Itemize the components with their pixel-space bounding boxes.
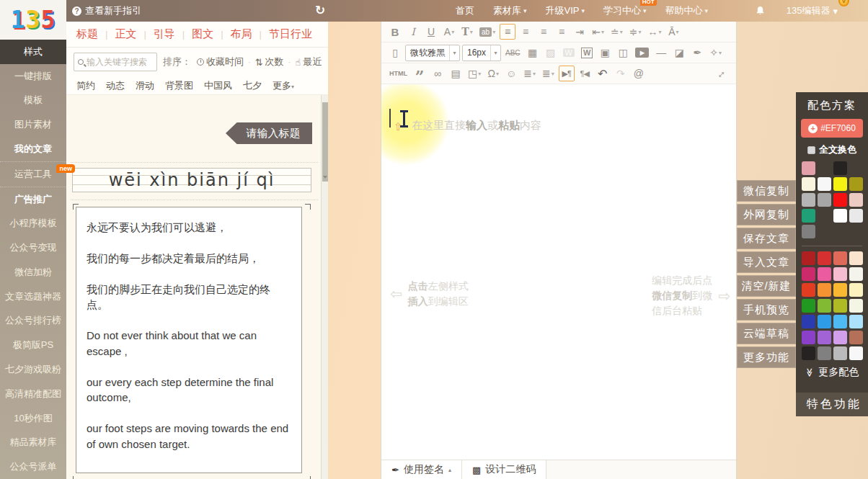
sidebar-item-小程序模板[interactable]: 小程序模板: [0, 211, 66, 236]
insert-link-icon[interactable]: ∞: [430, 66, 446, 81]
html-source-icon[interactable]: HTML: [387, 66, 409, 81]
italic-icon[interactable]: I: [405, 24, 421, 40]
tab-正文[interactable]: 正文: [115, 27, 136, 41]
action-button-手机预览[interactable]: 手机预览: [737, 299, 796, 321]
title-format-icon[interactable]: T▾: [459, 24, 475, 40]
action-button-保存文章[interactable]: 保存文章: [737, 228, 796, 249]
color-swatch[interactable]: [802, 193, 815, 207]
action-button-微信复制[interactable]: 微信复制: [737, 180, 796, 202]
sort-option-最近[interactable]: ☝最近: [295, 55, 322, 68]
underline-icon[interactable]: U: [423, 24, 439, 40]
color-swatch[interactable]: [802, 315, 815, 328]
color-swatch[interactable]: [802, 346, 815, 360]
sidebar-item-极简版PS[interactable]: 极简版PS: [0, 333, 66, 357]
color-swatch[interactable]: [849, 193, 863, 207]
format-painter-icon[interactable]: ✒: [689, 45, 705, 61]
tag-中国风[interactable]: 中国风: [204, 79, 232, 92]
tab-布局[interactable]: 布局: [231, 27, 252, 41]
ordered-list-icon[interactable]: ≣▾: [521, 66, 538, 81]
search-input[interactable]: [87, 57, 153, 67]
tab-引导[interactable]: 引导: [154, 27, 175, 41]
tag-动态[interactable]: 动态: [106, 79, 125, 92]
tab-标题[interactable]: 标题: [76, 27, 98, 41]
app-logo[interactable]: 135: [0, 0, 66, 40]
sidebar-item-一键排版[interactable]: 一键排版: [0, 64, 66, 89]
action-button-云端草稿[interactable]: 云端草稿: [737, 323, 796, 344]
style-text-sample[interactable]: 永远不要认为我们可以逃避，我们的每一步都决定着最后的结局，我们的脚步正在走向我们…: [76, 207, 302, 473]
color-swatch[interactable]: [802, 283, 815, 297]
color-swatch[interactable]: [802, 209, 815, 223]
bold-icon[interactable]: B: [387, 24, 403, 40]
color-swatch[interactable]: [802, 267, 815, 281]
panel-scrollbar[interactable]: [321, 95, 328, 479]
refresh-icon[interactable]: ↻: [315, 3, 325, 18]
sort-option-收藏时间[interactable]: 收藏时间: [197, 55, 244, 68]
blockquote-icon[interactable]: ”: [412, 66, 428, 81]
sidebar-item-精品素材库[interactable]: 精品素材库: [0, 431, 66, 455]
nav-item-首页[interactable]: 首页: [456, 4, 474, 17]
sidebar-item-公众号派单[interactable]: 公众号派单: [0, 455, 66, 479]
font-size-select[interactable]: 16px▾: [462, 45, 501, 61]
word-import-icon[interactable]: W: [579, 45, 595, 61]
eraser-icon[interactable]: ◪: [671, 45, 687, 61]
clear-style-icon[interactable]: ABC: [503, 45, 523, 61]
color-swatch[interactable]: [849, 331, 863, 344]
color-swatch[interactable]: [818, 193, 831, 207]
sidebar-item-样式[interactable]: 样式: [0, 40, 66, 64]
style-search-box[interactable]: [74, 53, 157, 71]
more-colors-button[interactable]: ≫ 更多配色: [796, 366, 868, 379]
sidebar-item-模板[interactable]: 模板: [0, 89, 66, 113]
bell-icon[interactable]: [756, 6, 765, 16]
color-swatch[interactable]: [849, 209, 863, 223]
color-swatch[interactable]: [818, 177, 831, 191]
color-swatch[interactable]: [833, 161, 847, 175]
special-features-button[interactable]: 特色功能: [796, 393, 868, 416]
insert-video-icon[interactable]: ►: [633, 45, 651, 61]
special-character-icon[interactable]: Ω▾: [485, 66, 501, 81]
sidebar-item-运营工具[interactable]: 运营工具new: [0, 162, 66, 187]
action-button-导入文章[interactable]: 导入文章: [737, 251, 796, 273]
letter-spacing-icon[interactable]: ↔▾: [645, 24, 663, 40]
color-swatch[interactable]: [818, 267, 831, 281]
color-swatch[interactable]: [818, 315, 831, 328]
mention-icon[interactable]: @: [631, 66, 647, 81]
new-document-icon[interactable]: ▯: [387, 45, 403, 61]
section-header-icon[interactable]: ▤: [448, 66, 464, 81]
sidebar-item-七夕游戏吸粉[interactable]: 七夕游戏吸粉: [0, 357, 66, 382]
align-right-icon[interactable]: ≡: [536, 24, 552, 40]
rtl-paragraph-icon[interactable]: ¶◀: [577, 66, 593, 81]
color-swatch[interactable]: [802, 225, 815, 238]
color-swatch[interactable]: [833, 267, 847, 281]
highlight-color-icon[interactable]: ab▾: [477, 24, 497, 40]
color-swatch[interactable]: [833, 283, 847, 297]
tag-简约[interactable]: 简约: [76, 79, 95, 92]
outdent-icon[interactable]: ⇤▾: [590, 24, 606, 40]
color-swatch[interactable]: [833, 209, 847, 223]
emoticon-icon[interactable]: ☺: [503, 66, 519, 81]
tag-背景图[interactable]: 背景图: [165, 79, 193, 92]
align-left-icon[interactable]: ≡: [500, 24, 515, 40]
color-swatch[interactable]: [802, 251, 815, 265]
tab-图文[interactable]: 图文: [192, 27, 213, 41]
current-color-button[interactable]: + #EF7060: [801, 119, 863, 138]
action-button-外网复制[interactable]: 外网复制: [737, 204, 796, 225]
nav-item-学习中心[interactable]: 学习中心HOT▾: [603, 4, 647, 17]
color-swatch[interactable]: [833, 331, 847, 344]
color-swatch[interactable]: [849, 251, 863, 265]
color-swatch[interactable]: [802, 299, 815, 313]
sidebar-item-图片素材[interactable]: 图片素材: [0, 112, 66, 137]
nav-item-升级VIP[interactable]: 升级VIP▾: [546, 4, 585, 17]
bottom-tab-设计二维码[interactable]: ▩设计二维码: [462, 460, 546, 479]
color-swatch[interactable]: [818, 283, 831, 297]
bottom-tab-使用签名[interactable]: ✒使用签名▴: [381, 460, 462, 479]
nav-item-素材库[interactable]: 素材库▾: [493, 4, 527, 17]
color-swatch[interactable]: [849, 283, 863, 297]
unordered-list-icon[interactable]: ≣▾: [540, 66, 557, 81]
color-swatch[interactable]: [802, 331, 815, 344]
style-title-sample[interactable]: 请输入标题: [226, 122, 312, 144]
action-button-更多功能[interactable]: 更多功能: [737, 346, 796, 368]
text-case-icon[interactable]: Ā▾: [665, 24, 681, 40]
sidebar-item-文章选题神器[interactable]: 文章选题神器: [0, 285, 66, 309]
image-library-icon[interactable]: ◫: [615, 45, 631, 61]
sidebar-item-公众号排行榜[interactable]: 公众号排行榜: [0, 309, 66, 333]
